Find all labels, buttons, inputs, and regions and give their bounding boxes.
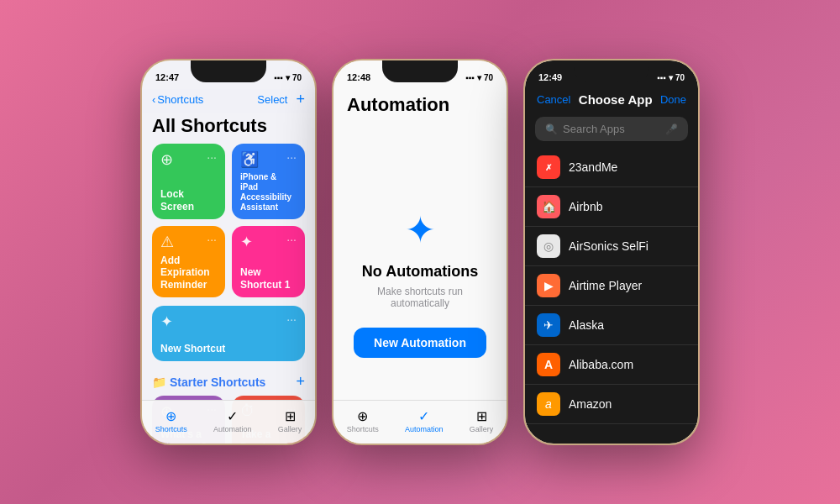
app-list: ✗ 23andMe 🏠 Airbnb ◎ AirSonics SelFi ▶ A… [525, 148, 698, 425]
app-name-airtime: Airtime Player [569, 279, 642, 292]
app-item-amazon-alexa[interactable]: A Amazon Alexa [525, 424, 698, 425]
status-bar-3: 12:49 ▪▪▪ ▾ 70 [525, 60, 698, 89]
tile-menu-icon-5[interactable]: ··· [286, 312, 297, 326]
app-icon-airtime: ▶ [537, 274, 560, 297]
tile-iphone-ipad[interactable]: ♿ iPhone & iPad Accessibility Assistant … [232, 144, 305, 219]
tab-shortcuts[interactable]: ⊕ Shortcuts [155, 408, 187, 433]
signal-icon-2: ▪▪▪ [465, 73, 475, 82]
tab-automation[interactable]: ✓ Automation [213, 408, 252, 433]
tile-menu-icon-4[interactable]: ··· [286, 233, 297, 246]
automation-tab-icon: ✓ [227, 408, 238, 424]
shortcuts-tab-icon: ⊕ [165, 408, 176, 424]
chevron-left-icon: ‹ [152, 93, 155, 106]
phone-1-screen: 12:47 ▪▪▪ ▾ 70 ‹ Shortcuts Select + All … [142, 60, 315, 444]
wifi-icon-2: ▾ [477, 73, 481, 82]
section-add-button[interactable]: + [296, 373, 305, 391]
tile-new-shortcut[interactable]: ✦ New Shortcut ··· [152, 306, 305, 361]
battery-2: 70 [484, 73, 493, 82]
battery-3: 70 [675, 73, 685, 82]
status-bar-1: 12:47 ▪▪▪ ▾ 70 [142, 60, 315, 89]
sparkle-icon-2: ✦ [160, 312, 297, 331]
time-2: 12:48 [347, 72, 370, 82]
section-title: 📁 Starter Shortcuts [152, 375, 265, 389]
search-icon-3: 🔍 [545, 123, 558, 135]
shortcuts-grid: ⊕ Lock Screen ··· ♿ iPhone & iPad Access… [142, 144, 315, 306]
app-name-amazon: Amazon [569, 397, 612, 411]
tab-automation-label-2: Automation [405, 425, 444, 433]
time-1: 12:47 [155, 72, 179, 82]
tab-shortcuts-2[interactable]: ⊕ Shortcuts [347, 408, 379, 433]
automation-tab-icon-2: ✓ [418, 408, 429, 424]
phone-3-screen: 12:49 ▪▪▪ ▾ 70 Cancel Choose App Done 🔍 … [525, 60, 698, 444]
sparkle-large-icon: ✦ [405, 208, 436, 251]
phone-1: 12:47 ▪▪▪ ▾ 70 ‹ Shortcuts Select + All … [140, 59, 317, 445]
select-button[interactable]: Select [257, 93, 287, 106]
tab-bar-2: ⊕ Shortcuts ✓ Automation ⊞ Gallery [333, 400, 507, 444]
section-header: 📁 Starter Shortcuts + [142, 370, 315, 396]
search-bar-3[interactable]: 🔍 Search Apps 🎤 [535, 117, 688, 141]
status-icons-2: ▪▪▪ ▾ 70 [465, 73, 493, 82]
gallery-tab-icon: ⊞ [285, 408, 296, 424]
choose-app-title: Choose App [579, 92, 653, 107]
tile-menu-icon-3[interactable]: ··· [207, 233, 217, 246]
search-input-3[interactable]: Search Apps [563, 123, 660, 135]
status-icons-1: ▪▪▪ ▾ 70 [274, 73, 302, 82]
cancel-button[interactable]: Cancel [537, 93, 570, 106]
mic-icon-3[interactable]: 🎤 [665, 123, 678, 135]
app-item-alaska[interactable]: ✈ Alaska [525, 306, 698, 345]
app-item-amazon[interactable]: a Amazon [525, 385, 698, 424]
app-icon-airsonics: ◎ [537, 234, 560, 258]
app-icon-alibaba: A [537, 353, 560, 376]
tab-shortcuts-label-2: Shortcuts [347, 425, 379, 433]
signal-icon: ▪▪▪ [274, 73, 283, 82]
add-button[interactable]: + [296, 91, 305, 108]
tile-new-shortcut-1[interactable]: ✦ New Shortcut 1 ··· [232, 226, 305, 297]
app-item-airsonics[interactable]: ◎ AirSonics SelFi [525, 227, 698, 266]
tab-bar-1: ⊕ Shortcuts ✓ Automation ⊞ Gallery [142, 400, 315, 444]
automation-content: ✦ No Automations Make shortcuts run auto… [333, 175, 507, 391]
phone-2-screen: 12:48 ▪▪▪ ▾ 70 Automation ✦ No Automatio… [333, 60, 507, 444]
app-item-airtime[interactable]: ▶ Airtime Player [525, 266, 698, 306]
phone-2: 12:48 ▪▪▪ ▾ 70 Automation ✦ No Automatio… [332, 59, 508, 445]
tab-automation-2[interactable]: ✓ Automation [405, 408, 444, 433]
status-bar-2: 12:48 ▪▪▪ ▾ 70 [333, 60, 507, 89]
phone-3: 12:49 ▪▪▪ ▾ 70 Cancel Choose App Done 🔍 … [523, 59, 700, 445]
gallery-tab-icon-2: ⊞ [476, 408, 487, 424]
app-icon-amazon: a [537, 392, 560, 416]
page-title-1: All Shortcuts [142, 113, 315, 144]
app-name-alibaba: Alibaba.com [569, 358, 633, 371]
single-tile-row: ✦ New Shortcut ··· [142, 306, 315, 370]
app-icon-airbnb: 🏠 [537, 195, 560, 218]
auto-page-title: Automation [333, 89, 507, 124]
tile-lock-screen[interactable]: ⊕ Lock Screen ··· [152, 144, 225, 219]
done-button[interactable]: Done [660, 93, 686, 106]
wifi-icon: ▾ [286, 73, 290, 82]
battery-1: 70 [292, 73, 302, 82]
wifi-icon-3: ▾ [669, 73, 673, 82]
app-icon-alaska: ✈ [537, 313, 560, 337]
back-button[interactable]: ‹ Shortcuts [152, 93, 203, 106]
app-item-alibaba[interactable]: A Alibaba.com [525, 345, 698, 385]
new-automation-button[interactable]: New Automation [354, 328, 486, 358]
tile-menu-icon-2[interactable]: ··· [286, 150, 297, 164]
app-item-23andme[interactable]: ✗ 23andMe [525, 148, 698, 187]
status-icons-3: ▪▪▪ ▾ 70 [657, 73, 685, 82]
nav-bar-3: Cancel Choose App Done [525, 89, 698, 113]
app-item-airbnb[interactable]: 🏠 Airbnb [525, 187, 698, 227]
time-3: 12:49 [538, 72, 562, 82]
tab-gallery-2[interactable]: ⊞ Gallery [470, 408, 494, 433]
app-name-alaska: Alaska [569, 318, 604, 332]
nav-bar-1: ‹ Shortcuts Select + [142, 89, 315, 113]
app-icon-23andme: ✗ [537, 155, 560, 179]
tile-menu-icon[interactable]: ··· [207, 150, 217, 164]
tile-add-expiration[interactable]: ⚠ Add Expiration Reminder ··· [152, 226, 225, 297]
auto-empty-subtitle: Make shortcuts run automatically [350, 286, 490, 309]
tab-gallery-label: Gallery [278, 425, 302, 433]
app-name-airsonics: AirSonics SelFi [569, 239, 648, 253]
tab-shortcuts-label: Shortcuts [155, 425, 187, 433]
auto-empty-title: No Automations [362, 263, 478, 281]
app-name-airbnb: Airbnb [569, 200, 602, 213]
tab-gallery[interactable]: ⊞ Gallery [278, 408, 302, 433]
app-name-23andme: 23andMe [569, 160, 617, 174]
folder-icon: 📁 [152, 375, 166, 389]
